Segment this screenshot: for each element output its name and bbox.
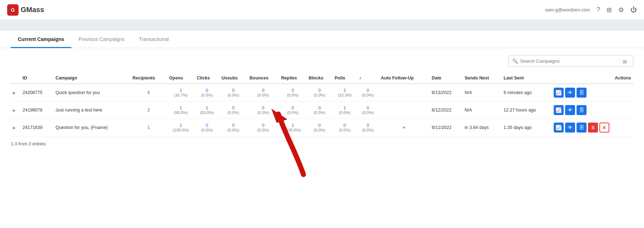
col-clicks: Clicks: [195, 73, 219, 84]
row-auto-followup: +: [379, 119, 429, 136]
row-polls: 2(33.3%): [332, 84, 357, 102]
pause-button[interactable]: ⏸: [588, 123, 598, 133]
row-recipients: 6: [130, 84, 167, 102]
view-button[interactable]: 👁: [565, 105, 575, 115]
col-date: Date: [429, 73, 462, 84]
col-id: ID: [20, 73, 53, 84]
row-clicks: 0(0.0%): [195, 119, 219, 136]
row-campaign: Just running a test here: [54, 102, 131, 119]
row-music: 0(0.0%): [357, 119, 379, 136]
col-actions: Actions: [552, 73, 633, 84]
table-header-row: ID Campaign Recipients Opens Clicks Unsu…: [11, 73, 633, 84]
report-button[interactable]: 📈: [554, 88, 564, 98]
tab-current-campaigns[interactable]: Current Campaigns: [11, 31, 71, 48]
settings-icon[interactable]: ⚙: [618, 6, 624, 14]
cancel-button[interactable]: ✕: [599, 123, 609, 133]
col-recipients: Recipients: [130, 73, 167, 84]
action-buttons: 📈👁🗄: [554, 105, 631, 115]
col-opens: Opens: [167, 73, 195, 84]
row-blocks: 0(0.0%): [307, 119, 332, 136]
archive-button[interactable]: 🗄: [577, 123, 587, 133]
row-opens: 1(100.0%): [167, 119, 195, 136]
action-buttons: 📈👁🗄⏸✕: [554, 123, 631, 133]
row-sends-next: in 3.64 days: [463, 119, 502, 136]
row-auto-followup: [379, 84, 429, 102]
view-button[interactable]: 👁: [565, 123, 575, 133]
row-unsubs: 0(0.0%): [219, 84, 247, 102]
col-music: ♪: [357, 73, 379, 84]
help-icon[interactable]: ?: [597, 6, 600, 14]
report-button[interactable]: 📈: [554, 105, 564, 115]
user-email: sam.g@wordzen.com: [545, 7, 590, 12]
main-content: 🔍 ⚌ ID Campaign Recipients Opens Clicks …: [0, 48, 644, 155]
tab-previous-campaigns[interactable]: Previous Campaigns: [71, 31, 132, 48]
row-last-sent: 6 minutes ago: [502, 84, 552, 102]
row-clicks: 0(0.0%): [195, 84, 219, 102]
col-last-sent: Last Sent: [502, 73, 552, 84]
row-sends-next: N/A: [463, 102, 502, 119]
row-expander[interactable]: ▶: [11, 119, 20, 136]
table-footer: 1-3 from 3 entries: [11, 136, 633, 148]
row-id: 24199076: [20, 102, 53, 119]
row-polls: 1(0.0%): [332, 102, 357, 119]
row-expander[interactable]: ▶: [11, 102, 20, 119]
header-right: sam.g@wordzen.com ? ⊞ ⚙ ⏻: [545, 6, 637, 14]
campaigns-table: ID Campaign Recipients Opens Clicks Unsu…: [11, 73, 633, 136]
row-unsubs: 0(0.0%): [219, 102, 247, 119]
row-opens: 1(16.7%): [167, 84, 195, 102]
col-sends-next: Sends Next: [463, 73, 502, 84]
table-row: ▶ 24199076 Just running a test here 2 1(…: [11, 102, 633, 119]
tabs-container: Current Campaigns Previous Campaigns Tra…: [0, 31, 644, 48]
filter-icon[interactable]: ⚌: [620, 58, 629, 64]
row-last-sent: 1.35 days ago: [502, 119, 552, 136]
tab-list: Current Campaigns Previous Campaigns Tra…: [11, 31, 633, 48]
col-bounces: Bounces: [247, 73, 279, 84]
row-id: 24171639: [20, 119, 53, 136]
gmass-logo: G: [7, 4, 19, 16]
search-input[interactable]: [520, 58, 616, 64]
row-auto-followup: [379, 102, 429, 119]
row-recipients: 1: [130, 119, 167, 136]
row-blocks: 0(0.0%): [307, 84, 332, 102]
search-row: 🔍 ⚌: [11, 55, 633, 67]
row-id: 24208775: [20, 84, 53, 102]
col-expander: [11, 73, 20, 84]
row-date: 8/13/2022: [429, 84, 462, 102]
row-actions: 📈👁🗄⏸✕: [552, 119, 633, 136]
app-title: GMass: [21, 6, 44, 14]
row-date: 8/12/2022: [429, 102, 462, 119]
col-replies: Replies: [279, 73, 307, 84]
power-icon[interactable]: ⏻: [630, 6, 637, 14]
row-replies: 1(100.0%): [279, 119, 307, 136]
archive-button[interactable]: 🗄: [577, 88, 587, 98]
row-last-sent: 12.27 hours ago: [502, 102, 552, 119]
view-button[interactable]: 👁: [565, 88, 575, 98]
archive-button[interactable]: 🗄: [577, 105, 587, 115]
entries-count: 1-3 from 3 entries: [11, 141, 46, 146]
row-sends-next: N/A: [463, 84, 502, 102]
row-replies: 0(0.0%): [279, 102, 307, 119]
col-blocks: Blocks: [307, 73, 332, 84]
subheader-bar: [0, 20, 644, 31]
col-campaign: Campaign: [54, 73, 131, 84]
col-auto-followup: Auto Follow-Up: [379, 73, 429, 84]
logo-letter: G: [11, 7, 15, 13]
row-actions: 📈👁🗄: [552, 102, 633, 119]
table-row: ▶ 24171639 Question for you, {Fname} 1 1…: [11, 119, 633, 136]
tab-transactional[interactable]: Transactional: [132, 31, 176, 48]
row-music: 0(0.0%): [357, 84, 379, 102]
grid-icon[interactable]: ⊞: [607, 6, 612, 14]
row-campaign: Quick question for you: [54, 84, 131, 102]
row-blocks: 0(0.0%): [307, 102, 332, 119]
row-bounces: 0(0.0%): [247, 119, 279, 136]
row-actions: 📈👁🗄: [552, 84, 633, 102]
row-clicks: 1(50.0%): [195, 102, 219, 119]
report-button[interactable]: 📈: [554, 123, 564, 133]
row-replies: 0(0.0%): [279, 84, 307, 102]
header-left: G GMass: [7, 4, 44, 16]
col-polls: Polls: [332, 73, 357, 84]
search-icon: 🔍: [512, 58, 518, 64]
row-expander[interactable]: ▶: [11, 84, 20, 102]
row-music: 0(0.0%): [357, 102, 379, 119]
row-recipients: 2: [130, 102, 167, 119]
